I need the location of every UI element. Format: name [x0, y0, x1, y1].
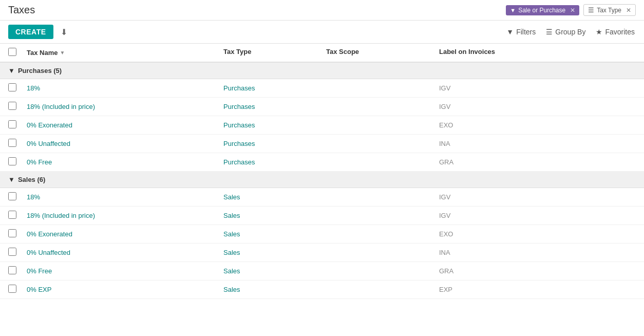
table-row[interactable]: 18% (Included in price) Sales IGV [0, 207, 644, 225]
cell-tax-type: Sales [223, 193, 326, 201]
row-checkbox[interactable] [8, 192, 16, 200]
row-checkbox-cell [8, 102, 27, 111]
row-checkbox-cell [8, 229, 27, 239]
row-checkbox[interactable] [8, 229, 16, 237]
group-header-1[interactable]: ▼Sales (6) [0, 172, 644, 188]
master-checkbox[interactable] [8, 48, 16, 56]
group-collapse-icon: ▼ [8, 67, 15, 74]
row-checkbox[interactable] [8, 102, 16, 110]
cell-tax-type: Purchases [223, 140, 326, 147]
table-row[interactable]: 0% Unaffected Sales INA [0, 244, 644, 262]
cell-tax-type: Purchases [223, 158, 326, 166]
row-checkbox-cell [8, 211, 27, 220]
cell-label-invoice: GRA [439, 267, 636, 275]
cell-label-invoice: EXO [439, 121, 636, 129]
row-checkbox[interactable] [8, 157, 16, 165]
row-checkbox[interactable] [8, 266, 16, 274]
filter-icon: ▼ [506, 28, 514, 36]
download-button[interactable]: ⬇ [58, 25, 70, 39]
row-checkbox-cell [8, 192, 27, 202]
row-checkbox[interactable] [8, 285, 16, 293]
row-checkbox-cell [8, 266, 27, 276]
group-label: Purchases (5) [18, 67, 62, 74]
cell-tax-name: 0% EXP [27, 286, 223, 293]
tax-type-filter-label: Tax Type [597, 7, 621, 14]
cell-tax-type: Purchases [223, 84, 326, 92]
table-row[interactable]: 18% Sales IGV [0, 188, 644, 207]
row-checkbox[interactable] [8, 211, 16, 219]
menu-icon: ☰ [546, 28, 553, 36]
active-filters: ▼ Sale or Purchase ✕ ☰ Tax Type ✕ [506, 4, 636, 16]
table-row[interactable]: 0% Free Sales GRA [0, 262, 644, 281]
cell-tax-type: Purchases [223, 121, 326, 129]
cell-tax-type: Sales [223, 249, 326, 256]
group-header-0[interactable]: ▼Purchases (5) [0, 63, 644, 79]
table-row[interactable]: 0% Exonerated Purchases EXO [0, 116, 644, 135]
cell-tax-name: 18% (Included in price) [27, 212, 223, 219]
cell-tax-name: 0% Exonerated [27, 230, 223, 238]
table-row[interactable]: 0% Unaffected Purchases INA [0, 135, 644, 153]
cell-tax-type: Sales [223, 230, 326, 238]
table-row[interactable]: 18% Purchases IGV [0, 79, 644, 98]
cell-label-invoice: IGV [439, 193, 636, 201]
group-by-label: Group By [555, 28, 585, 36]
row-checkbox-cell [8, 285, 27, 294]
sale-purchase-filter-label: Sale or Purchase [518, 7, 565, 14]
group-by-button[interactable]: ☰ Group By [545, 26, 586, 38]
table-header: Tax Name ▼ Tax Type Tax Scope Label on I… [0, 44, 644, 63]
favorites-button[interactable]: ★ Favorites [595, 26, 636, 38]
sale-purchase-filter-close[interactable]: ✕ [570, 7, 575, 14]
cell-label-invoice: IGV [439, 103, 636, 110]
cell-tax-name: 0% Unaffected [27, 140, 223, 147]
sort-arrow-icon: ▼ [60, 50, 65, 55]
favorites-label: Favorites [605, 28, 635, 36]
master-checkbox-cell [8, 48, 27, 58]
row-checkbox-cell [8, 139, 27, 148]
cell-tax-type: Sales [223, 267, 326, 275]
star-icon: ★ [596, 28, 602, 36]
table-row[interactable]: 18% (Included in price) Purchases IGV [0, 98, 644, 116]
cell-tax-name: 18% [27, 84, 223, 92]
row-checkbox-cell [8, 248, 27, 257]
cell-tax-type: Sales [223, 286, 326, 293]
cell-label-invoice: EXP [439, 286, 636, 293]
table-row[interactable]: 0% Free Purchases GRA [0, 153, 644, 172]
row-checkbox[interactable] [8, 139, 16, 147]
cell-tax-name: 0% Unaffected [27, 249, 223, 256]
toolbar-right: ▼ Filters ☰ Group By ★ Favorites [505, 26, 636, 38]
sale-purchase-filter-tag[interactable]: ▼ Sale or Purchase ✕ [506, 5, 579, 15]
table-row[interactable]: 0% EXP Sales EXP [0, 281, 644, 299]
toolbar: CREATE ⬇ ▼ Filters ☰ Group By ★ Favorite… [0, 21, 644, 44]
row-checkbox[interactable] [8, 120, 16, 128]
group-label: Sales (6) [18, 176, 45, 183]
row-checkbox-cell [8, 83, 27, 93]
toolbar-left: CREATE ⬇ [8, 25, 70, 39]
col-header-name[interactable]: Tax Name ▼ [27, 48, 223, 58]
col-header-scope: Tax Scope [326, 48, 439, 58]
row-checkbox-cell [8, 157, 27, 167]
row-checkbox[interactable] [8, 248, 16, 256]
cell-tax-type: Sales [223, 212, 326, 219]
cell-label-invoice: INA [439, 140, 636, 147]
tax-type-filter-tag[interactable]: ☰ Tax Type ✕ [583, 4, 636, 16]
cell-tax-name: 0% Free [27, 158, 223, 166]
cell-tax-name: 0% Free [27, 267, 223, 275]
col-name-label: Tax Name [27, 49, 58, 57]
col-header-type: Tax Type [223, 48, 326, 58]
filters-label: Filters [516, 28, 536, 36]
page-header: Taxes ▼ Sale or Purchase ✕ ☰ Tax Type ✕ [0, 0, 644, 21]
filters-button[interactable]: ▼ Filters [505, 26, 537, 38]
table-body: ▼Purchases (5) 18% Purchases IGV 18% (In… [0, 63, 644, 299]
table-row[interactable]: 0% Exonerated Sales EXO [0, 225, 644, 244]
lines-icon: ☰ [588, 6, 594, 14]
tax-type-filter-close[interactable]: ✕ [626, 7, 631, 14]
row-checkbox[interactable] [8, 83, 16, 91]
cell-tax-name: 18% (Included in price) [27, 103, 223, 110]
create-button[interactable]: CREATE [8, 25, 53, 39]
row-checkbox-cell [8, 120, 27, 130]
filter-funnel-icon: ▼ [510, 7, 516, 13]
cell-label-invoice: IGV [439, 84, 636, 92]
col-header-label: Label on Invoices [439, 48, 636, 58]
cell-label-invoice: EXO [439, 230, 636, 238]
cell-label-invoice: GRA [439, 158, 636, 166]
